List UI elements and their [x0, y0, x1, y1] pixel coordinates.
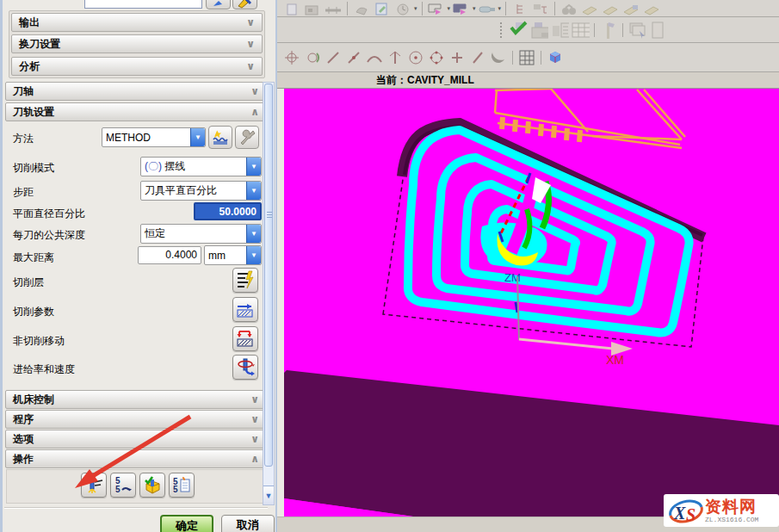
section-tool-axis[interactable]: 刀轴 ∨: [5, 82, 267, 101]
cut-pattern-select[interactable]: (〇) 摆线 ▼: [140, 157, 262, 176]
section-tool-change[interactable]: 换刀设置 ∨: [11, 34, 263, 53]
measure-icon[interactable]: [324, 1, 343, 15]
flat-diameter-percent-input[interactable]: 50.0000: [194, 202, 262, 220]
boundary-flag-2-icon[interactable]: [452, 1, 471, 15]
section-analysis[interactable]: 分析 ∨: [11, 57, 263, 76]
cut-levels-button[interactable]: [232, 268, 258, 293]
boundary-flag-icon[interactable]: [427, 1, 446, 15]
current-operation-status: 当前：CAVITY_MILL: [277, 72, 779, 89]
cancel-button[interactable]: 取消: [221, 515, 275, 532]
clamp-part-icon[interactable]: [529, 21, 548, 40]
plus-icon[interactable]: [448, 48, 467, 67]
trochoidal-icon: (〇): [145, 160, 162, 172]
dropdown-arrow-icon[interactable]: ▼: [190, 128, 205, 146]
edit-pen-button[interactable]: [206, 0, 231, 9]
face-snap-icon[interactable]: [489, 48, 508, 67]
cube-icon[interactable]: [546, 48, 565, 67]
dropdown-arrow-icon[interactable]: ▼: [246, 182, 261, 200]
line-icon[interactable]: [324, 48, 343, 67]
section-output[interactable]: 输出 ∨: [11, 13, 263, 32]
section-machine-control[interactable]: 机床控制 ∨: [5, 390, 267, 409]
depth-per-cut-select[interactable]: 恒定 ▼: [140, 224, 262, 244]
svg-text:5: 5: [173, 485, 178, 494]
midpoint-icon[interactable]: [344, 48, 363, 67]
customize-button[interactable]: [232, 0, 257, 9]
section-options[interactable]: 选项 ∨: [5, 430, 267, 448]
list-toolpath-button[interactable]: 55: [169, 473, 195, 498]
machine-icon[interactable]: [303, 1, 322, 15]
layers-icon[interactable]: [628, 21, 646, 40]
clamp-list-icon[interactable]: [550, 21, 569, 40]
quadrant-point-icon[interactable]: [427, 48, 446, 67]
clamp-icon[interactable]: [352, 1, 371, 15]
grid-icon[interactable]: [517, 48, 536, 67]
chevron-up-icon[interactable]: ∧: [250, 106, 259, 118]
section-analysis-label: 分析: [19, 59, 40, 74]
point-on-curve-icon[interactable]: [386, 48, 405, 67]
new-method-button[interactable]: [208, 126, 232, 149]
replay-toolpath-button[interactable]: 55: [110, 473, 136, 498]
chevron-down-icon[interactable]: ∨: [250, 393, 259, 405]
max-distance-unit: mm: [205, 250, 246, 262]
table-icon[interactable]: [571, 21, 590, 40]
slash-icon[interactable]: [468, 48, 487, 67]
chevron-down-icon[interactable]: ∨: [246, 60, 255, 72]
edit-method-button[interactable]: [235, 126, 259, 149]
circle-center-icon[interactable]: [406, 48, 425, 67]
name-input-partial[interactable]: [84, 0, 202, 9]
tag-2-icon[interactable]: [601, 1, 620, 15]
generate-toolpath-button[interactable]: [81, 473, 107, 498]
dialog-scrollbar[interactable]: ▼: [263, 82, 275, 505]
dropdown-caret[interactable]: ▾: [414, 5, 417, 12]
verify-toolpath-button[interactable]: [139, 473, 165, 498]
section-program-label: 程序: [13, 412, 34, 427]
arc-icon[interactable]: [365, 48, 384, 67]
tag-4-icon[interactable]: [642, 1, 661, 15]
viewport-3d[interactable]: ZM XM: [277, 89, 779, 517]
tag-icon[interactable]: [580, 1, 599, 15]
cutting-parameters-button[interactable]: [232, 297, 258, 322]
rotate-point-icon[interactable]: [303, 48, 322, 67]
generate-toolpath-icon: [83, 475, 104, 495]
binoculars-icon[interactable]: [560, 1, 578, 15]
chevron-down-icon[interactable]: ∨: [246, 16, 255, 28]
replay-toolpath-icon: 55: [113, 475, 133, 495]
clock-icon[interactable]: [393, 1, 412, 15]
signpost-icon[interactable]: [599, 21, 618, 40]
scrollbar-thumb[interactable]: [264, 84, 273, 467]
max-distance-unit-select[interactable]: mm ▼: [204, 245, 262, 265]
toolbar-drag-handle[interactable]: [500, 22, 504, 38]
report-icon[interactable]: [648, 21, 667, 40]
chevron-down-icon[interactable]: ∨: [250, 85, 259, 97]
section-actions[interactable]: 操作 ∧: [5, 449, 267, 468]
chevron-down-icon[interactable]: ∨: [246, 38, 255, 50]
section-program[interactable]: 程序 ∨: [5, 410, 267, 429]
document-icon[interactable]: [282, 1, 301, 15]
svg-text:X: X: [673, 504, 686, 523]
tag-3-icon[interactable]: [621, 1, 640, 15]
section-path-settings[interactable]: 刀轨设置 ∧: [5, 102, 267, 121]
max-distance-input[interactable]: 0.4000: [138, 246, 201, 264]
move-point-icon[interactable]: [282, 48, 301, 67]
verify-clamp-icon[interactable]: [509, 21, 528, 40]
chevron-down-icon[interactable]: ∨: [250, 413, 259, 425]
chevron-up-icon[interactable]: ∧: [250, 453, 259, 465]
tree-icon[interactable]: [510, 1, 529, 15]
method-value: METHOD: [102, 132, 190, 144]
chevron-down-icon[interactable]: ∨: [250, 433, 259, 445]
ok-button[interactable]: 确定: [160, 515, 213, 532]
feeds-speeds-button[interactable]: [232, 355, 258, 380]
edit-document-icon[interactable]: [373, 1, 392, 15]
scrollbar-down-button[interactable]: ▼: [263, 486, 274, 504]
stepover-select[interactable]: 刀具平直百分比 ▼: [140, 181, 262, 201]
method-select[interactable]: METHOD ▼: [102, 127, 206, 147]
dropdown-arrow-icon[interactable]: ▼: [246, 225, 261, 243]
cavity-mill-dialog: 输出 ∨ 换刀设置 ∨ 分析 ∨ 刀轴 ∨ 刀轨设置 ∧ 方法 METHOD ▼: [0, 0, 277, 532]
tree-2-icon[interactable]: [531, 1, 550, 15]
dropdown-arrow-icon[interactable]: ▼: [246, 246, 261, 264]
section-tool-change-label: 换刀设置: [19, 37, 60, 52]
non-cutting-moves-button[interactable]: [232, 326, 258, 351]
dropdown-arrow-icon[interactable]: ▼: [246, 158, 261, 176]
list-toolpath-icon: 55: [171, 475, 192, 495]
tool-icon[interactable]: [478, 1, 497, 15]
